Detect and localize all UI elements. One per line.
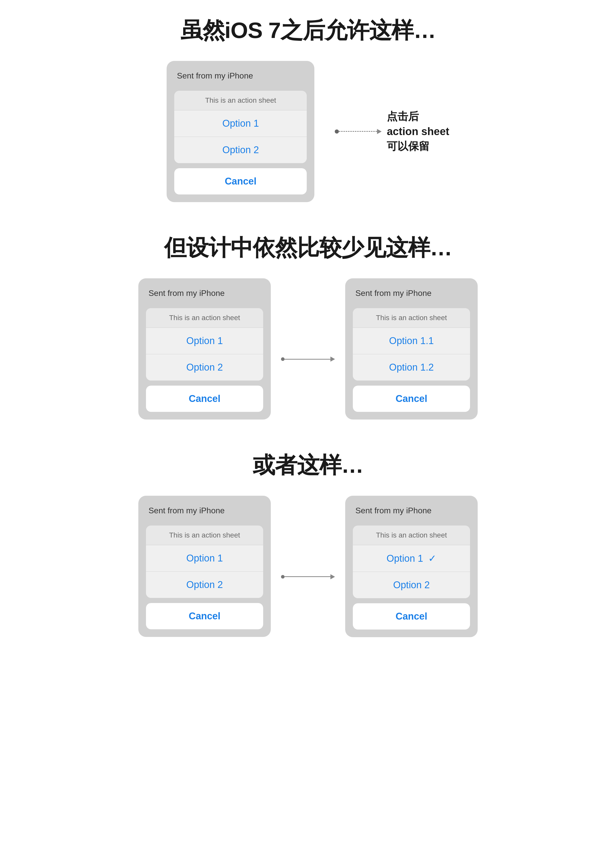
section3-left-sheet-title: This is an action sheet <box>146 526 263 545</box>
section2-right-cancel[interactable]: Cancel <box>353 386 470 412</box>
section1-dashed-line <box>339 131 377 132</box>
section3-arrow-dot <box>281 575 285 579</box>
section3-title: 或者这样… <box>253 450 364 480</box>
section3-right-cancel[interactable]: Cancel <box>353 603 470 630</box>
section2-right-option2[interactable]: Option 1.2 <box>353 354 470 380</box>
section2-cards-wrapper: Sent from my iPhone This is an action sh… <box>0 278 616 419</box>
section3-between-arrow <box>281 574 335 579</box>
section2-left-cancel[interactable]: Cancel <box>146 386 263 412</box>
section2-between-arrow <box>281 356 335 362</box>
section3-arrow-line <box>285 576 331 577</box>
section1-annotation-text: 点击后 action sheet 可以保留 <box>387 109 449 154</box>
section2-title: 但设计中依然比较少见这样… <box>164 233 452 263</box>
section3-option1-with-check: Option 1 ✓ <box>358 553 465 564</box>
section2-arrow-line <box>285 359 331 359</box>
section1-cancel[interactable]: Cancel <box>174 168 307 194</box>
section3-arrowhead <box>331 574 335 579</box>
section3-left-option1[interactable]: Option 1 <box>146 545 263 572</box>
section1-action-sheet-body: This is an action sheet Option 1 Option … <box>174 91 307 163</box>
section2-card-left: Sent from my iPhone This is an action sh… <box>138 278 271 419</box>
section1: 虽然iOS 7之后允许这样… Sent from my iPhone This … <box>0 15 616 202</box>
section3-card-left: Sent from my iPhone This is an action sh… <box>138 496 271 637</box>
section1-arrow-line <box>335 129 382 134</box>
section3-left-header: Sent from my iPhone <box>146 504 263 526</box>
section3-left-body: This is an action sheet Option 1 Option … <box>146 526 263 598</box>
section3-right-option1[interactable]: Option 1 ✓ <box>353 545 470 572</box>
section2-right-body: This is an action sheet Option 1.1 Optio… <box>353 308 470 380</box>
section3-right-option2[interactable]: Option 2 <box>353 572 470 598</box>
section3-right-sheet-title: This is an action sheet <box>353 526 470 545</box>
section1-option1[interactable]: Option 1 <box>174 110 307 137</box>
section1-arrow-dot <box>335 129 339 134</box>
section3-right-header: Sent from my iPhone <box>353 504 470 526</box>
section1-card-area: Sent from my iPhone This is an action sh… <box>167 61 449 202</box>
section2-arrow-dot <box>281 357 285 361</box>
section1-arrowhead <box>377 129 382 134</box>
section1-sheet-title: This is an action sheet <box>174 91 307 110</box>
section3-card-right: Sent from my iPhone This is an action sh… <box>345 496 478 637</box>
section3-left-cancel[interactable]: Cancel <box>146 603 263 629</box>
section2: 但设计中依然比较少见这样… Sent from my iPhone This i… <box>0 233 616 419</box>
checkmark-icon: ✓ <box>428 553 436 564</box>
section1-card-header: Sent from my iPhone <box>174 69 307 91</box>
section2-left-sheet-title: This is an action sheet <box>146 308 263 328</box>
section1-option2[interactable]: Option 2 <box>174 137 307 163</box>
section2-right-sheet-title: This is an action sheet <box>353 308 470 328</box>
section3-cards-wrapper: Sent from my iPhone This is an action sh… <box>0 496 616 637</box>
section3-option1-text: Option 1 <box>386 553 423 564</box>
section2-left-header: Sent from my iPhone <box>146 286 263 308</box>
section2-left-body: This is an action sheet Option 1 Option … <box>146 308 263 380</box>
section1-card: Sent from my iPhone This is an action sh… <box>167 61 314 202</box>
section2-arrowhead <box>331 356 335 362</box>
section2-card-right: Sent from my iPhone This is an action sh… <box>345 278 478 419</box>
section2-left-option1[interactable]: Option 1 <box>146 328 263 354</box>
section3-left-option2[interactable]: Option 2 <box>146 572 263 598</box>
section2-right-header: Sent from my iPhone <box>353 286 470 308</box>
section2-left-option2[interactable]: Option 2 <box>146 354 263 380</box>
section3: 或者这样… Sent from my iPhone This is an act… <box>0 450 616 637</box>
section2-right-option1[interactable]: Option 1.1 <box>353 328 470 354</box>
section1-annotation: 点击后 action sheet 可以保留 <box>335 109 449 154</box>
section1-title: 虽然iOS 7之后允许这样… <box>180 15 436 46</box>
section3-right-body: This is an action sheet Option 1 ✓ Optio… <box>353 526 470 598</box>
